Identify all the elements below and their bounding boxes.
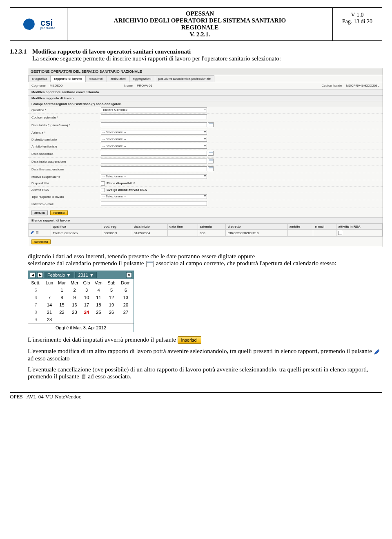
calendar-icon[interactable] — [208, 151, 214, 156]
rsa-check[interactable] — [101, 188, 105, 192]
footer-doc-name: OPES--AVL-04-VU-NoteVer.doc — [10, 394, 81, 400]
calendar-footer[interactable]: Oggi è il Mar. 3. Apr 2012 — [28, 323, 134, 332]
page-header: csi piemonte OPESSAN ARICHIVIO DEGLI OPE… — [10, 7, 382, 41]
ss-sub2: Modifica rapporto di lavoro — [28, 95, 383, 101]
logo-mark-icon — [22, 18, 39, 30]
qualifica-select[interactable]: Titolare Generico — [101, 107, 207, 112]
section-title: Modifica rapporto di lavoro operatori sa… — [32, 48, 382, 55]
pencil-icon — [374, 349, 380, 355]
calendar-icon — [146, 261, 154, 267]
header-pagination: Pag. 13 di 20 — [334, 18, 380, 25]
para-digitando: digitando i dati ad esso inerenti, tenen… — [28, 253, 382, 267]
form-screenshot: GESTIONE OPERATORI DEL SERVIZIO SANITARI… — [28, 68, 383, 247]
cal-month-select[interactable]: Febbraio ▼ — [45, 272, 74, 278]
para-cancellazione: L'eventuale cancellazione (ove possibile… — [28, 366, 382, 380]
page-footer: OPES--AVL-04-VU-NoteVer.doc — [10, 392, 382, 400]
section-number: 1.2.3.1 — [10, 48, 27, 62]
svg-rect-4 — [83, 374, 85, 375]
conferma-button[interactable]: conferma — [31, 239, 51, 244]
tab-ambulatori[interactable]: ambulatori — [107, 75, 129, 82]
tab-aggregazioni[interactable]: aggregazioni — [129, 75, 155, 82]
tipo-rapporto-select[interactable]: -- Selezionare -- — [101, 194, 207, 199]
calendar-header: ◀ ▶ Febbraio ▼ 2011 ▼ ✕ — [28, 271, 134, 279]
cal-prev-icon[interactable]: ◀ — [30, 272, 36, 278]
section-heading: 1.2.3.1 Modifica rapporto di lavoro oper… — [10, 48, 382, 62]
cal-close-icon[interactable]: ✕ — [126, 272, 132, 278]
header-line3: REGIONALE — [69, 24, 331, 31]
logo-text: csi — [40, 19, 56, 27]
para-inserimento: L'inserimento dei dati imputati avverrà … — [28, 336, 382, 344]
cal-next-icon[interactable]: ▶ — [37, 272, 43, 278]
delete-icon[interactable] — [35, 230, 39, 235]
edit-icon[interactable] — [30, 230, 34, 235]
trash-icon — [81, 373, 87, 380]
inserisci-button-inline: inserisci — [178, 336, 201, 344]
tab-posizione[interactable]: posizione accademica professionale — [155, 75, 215, 82]
logo-cell: csi piemonte — [10, 8, 67, 40]
ss-id-row: CognomeMEDICO NomePROVA 01 Codice fiscal… — [28, 82, 383, 89]
ss-tabs: anagrafica rapporto di lavoro massimali … — [28, 75, 383, 82]
header-line2: ARICHIVIO DEGLI OPERATORI DEL SISTEMA SA… — [69, 17, 331, 24]
tab-massimali[interactable]: massimali — [85, 75, 107, 82]
ss-sub1: Modifica operatore sanitario convenziona… — [28, 89, 383, 95]
email-input[interactable] — [101, 201, 207, 206]
codice-regionale-input[interactable] — [101, 114, 207, 119]
distretto-select[interactable]: -- Selezionare -- — [101, 137, 207, 142]
calendar-grid: Sett. Lun Mar Mer Gio Ven Sab Dom 512345… — [28, 279, 134, 323]
data-inizio-sosp-input[interactable] — [101, 159, 207, 163]
cal-year-select[interactable]: 2011 ▼ — [75, 272, 96, 278]
calendar-icon[interactable] — [208, 166, 214, 171]
tab-rapporto-lavoro[interactable]: rapporto di lavoro — [50, 75, 85, 82]
calendar-icon[interactable] — [208, 122, 214, 127]
header-line4: V. 2.2.1. — [69, 31, 331, 38]
logo-subtext: piemonte — [40, 27, 56, 29]
svg-rect-2 — [82, 376, 85, 379]
header-line1: OPESSAN — [69, 10, 331, 17]
table-row[interactable]: Titolare Generico 000000N 01/05/2004 000… — [29, 230, 383, 237]
header-version-block: V 1.0 Pag. 13 di 20 — [333, 8, 382, 40]
inserisci-button[interactable]: inserisci — [50, 210, 68, 215]
svg-rect-1 — [36, 231, 38, 232]
data-inizio-input[interactable] — [101, 122, 207, 127]
header-version: V 1.0 — [334, 12, 380, 18]
disponibilita-check[interactable] — [101, 181, 105, 186]
header-title-block: OPESSAN ARICHIVIO DEGLI OPERATORI DEL SI… — [67, 8, 333, 40]
csi-logo: csi piemonte — [22, 18, 56, 30]
rapporti-table: qualifica cod. reg data inizio data fine… — [28, 224, 383, 237]
para-modifica: L'eventuale modifica di un altro rapport… — [28, 348, 382, 362]
ss-mandatory-note: I campi contrassegnati con l'asterisco (… — [28, 101, 383, 107]
ambito-select[interactable]: -- Selezionare -- — [101, 144, 207, 149]
ss-frame-title: GESTIONE OPERATORI DEL SERVIZIO SANITARI… — [28, 68, 383, 75]
calendar-icon[interactable] — [208, 159, 214, 163]
motivo-sosp-select[interactable]: -- Selezionare -- — [101, 174, 207, 179]
tab-anagrafica[interactable]: anagrafica — [28, 75, 51, 82]
azienda-select[interactable]: -- Selezionare -- — [101, 130, 207, 135]
rsa-row-check[interactable] — [338, 231, 342, 235]
calendar-widget: ◀ ▶ Febbraio ▼ 2011 ▼ ✕ Sett. Lun Mar Me… — [28, 271, 134, 332]
data-scadenza-input[interactable] — [101, 151, 207, 156]
section-intro: La sezione seguente permette di inserire… — [32, 55, 382, 62]
annulla-button[interactable]: annulla — [31, 210, 48, 215]
svg-rect-3 — [82, 375, 85, 376]
svg-rect-0 — [36, 232, 38, 234]
data-fine-sosp-input[interactable] — [101, 166, 207, 171]
ss-elenco-title: Elenco rapporti di lavoro — [28, 217, 383, 224]
